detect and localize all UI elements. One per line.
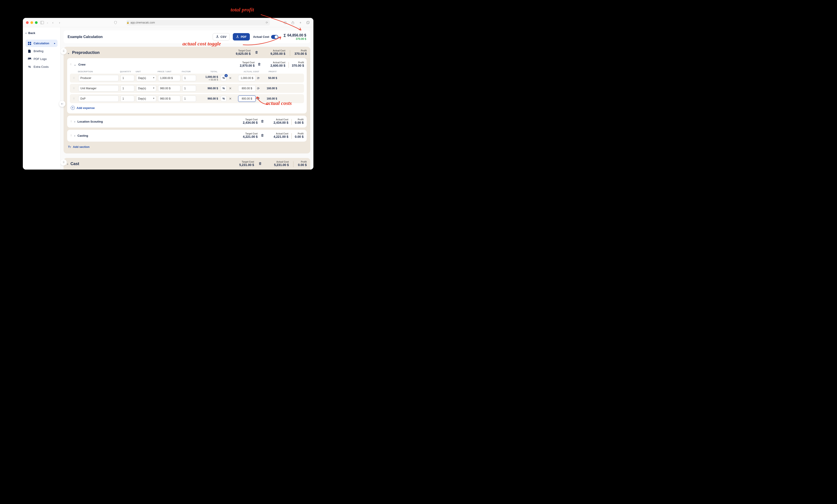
trash-icon[interactable]: 🗑 [258,62,261,66]
grip-icon[interactable]: ⠿ [70,63,72,66]
trash-icon[interactable]: 🗑 [255,50,258,54]
factor-input[interactable] [182,75,196,81]
chevron-right-icon: ▸ [54,42,55,44]
subsection-location-scouting[interactable]: ⠿ › Location Scouting Target Cost2,434.0… [67,116,307,128]
expense-row: ⠿ 960.00 $ % ✕ ⟳ [70,94,304,103]
url-text: app.cinemacalc.com [130,21,155,24]
chevron-right-icon[interactable]: › [67,162,68,166]
close-window-icon[interactable] [26,21,29,24]
sidebar-item-pdf-logo[interactable]: PDF Logo [25,55,57,63]
forward-nav-icon[interactable]: › [57,20,62,25]
shield-icon[interactable] [113,20,118,25]
collapse-sidebar-button[interactable]: ← [59,101,65,107]
svg-rect-0 [40,21,44,24]
grip-icon[interactable]: ⠿ [71,77,76,80]
group-title: Cast [71,162,79,166]
description-input[interactable] [78,85,119,92]
expense-row: ⠿ 1,000.00 $ + 50.00 $ %1 ✕ [70,74,304,82]
sidebar-item-label: Briefing [34,50,43,53]
image-icon [28,58,31,60]
actual-cost-input[interactable] [238,85,256,92]
traffic-lights [26,21,38,24]
sidebar-toggle-icon[interactable] [40,20,44,25]
svg-rect-8 [28,44,29,45]
percent-button[interactable]: %1 [221,75,227,81]
subsection-casting[interactable]: ⠿ › Casting Target Cost4,221.00 $ 🗑 Actu… [67,130,307,142]
svg-rect-7 [30,42,31,43]
download-icon [216,35,219,38]
tabs-icon[interactable] [306,20,310,25]
maximize-window-icon[interactable] [35,21,38,24]
percent-icon: % [28,65,31,69]
total-cost: 64,856.00 $ [287,33,306,37]
unit-select[interactable] [136,75,156,81]
download-icon[interactable] [283,20,287,25]
actual-cost-input[interactable] [238,75,256,81]
percent-button[interactable]: % [221,86,227,91]
download-icon [236,35,239,38]
quantity-input[interactable] [121,75,134,81]
factor-input[interactable] [182,95,196,102]
price-input[interactable] [158,85,180,92]
annotation-total-profit: total profit [231,7,254,13]
refresh-icon[interactable]: ⟳ [266,21,270,24]
sidebar-item-label: Extra Costs [34,65,49,69]
sigma-icon: Σ [284,33,286,38]
grip-icon[interactable]: ⠿ [71,97,76,100]
actual-cost-toggle[interactable] [271,35,278,39]
sidebar-item-label: PDF Logo [34,57,47,61]
chevron-down-icon[interactable]: ⌄ [47,21,48,24]
percent-button[interactable]: % [221,96,227,101]
chevron-right-icon[interactable]: › [74,134,75,137]
sidebar-item-calculation[interactable]: Calculation ▸ [25,40,57,47]
grip-icon[interactable]: ⠿ [70,120,72,123]
unit-select[interactable] [136,85,156,92]
share-icon[interactable] [290,20,295,25]
doc-icon [28,50,31,53]
chevron-right-icon[interactable]: › [74,120,75,123]
pdf-button[interactable]: PDF [233,33,250,40]
sidebar-item-extra-costs[interactable]: % Extra Costs [25,63,57,71]
csv-button[interactable]: CSV [213,33,230,40]
back-nav-icon[interactable]: ‹ [51,20,55,25]
toggle-label: Actual Cost [253,35,269,38]
description-input[interactable] [78,75,119,81]
price-input[interactable] [158,75,180,81]
price-input[interactable] [158,95,180,102]
sync-icon[interactable]: ⟳ [257,87,260,90]
chevron-down-icon[interactable]: ⌄ [67,51,70,55]
drag-handle-icon[interactable]: ⠿ [60,159,67,166]
sidebar: ‹ Back Calculation ▸ Briefing PDF Logo %… [23,27,60,170]
sync-icon[interactable]: ⟳ [257,76,260,80]
grip-icon[interactable]: ⠿ [71,87,76,90]
description-input[interactable] [78,95,119,102]
minimize-window-icon[interactable] [31,21,33,24]
chevron-down-icon[interactable]: ⌄ [74,63,76,66]
total-summary: Σ 64,856.00 $ 370.00 $ [284,33,306,40]
grip-icon[interactable]: ⠿ [70,134,72,137]
new-tab-icon[interactable]: + [298,20,303,25]
trash-icon[interactable]: 🗑 [261,133,264,137]
trash-icon[interactable]: 🗑 [261,119,264,123]
factor-input[interactable] [182,85,196,92]
trash-icon[interactable]: 🗑 [259,162,262,165]
back-link[interactable]: ‹ Back [25,31,57,35]
sync-icon[interactable]: ⟳ [257,97,260,100]
drag-handle-icon[interactable]: ⠿ [60,48,67,54]
group-cast: ⠿ › Cast Target Cost5,231.00 $ 🗑 Actual … [64,158,310,170]
chevron-left-icon: ‹ [25,31,26,35]
unit-select[interactable] [136,95,156,102]
subsection-title: Crew [78,63,86,66]
total-profit: 370.00 $ [287,37,306,40]
url-bar[interactable]: 🔒 app.cinemacalc.com ⟳ [126,20,270,25]
add-section-button[interactable]: TT Add section [67,144,307,150]
quantity-input[interactable] [121,95,134,102]
delete-row-icon[interactable]: ✕ [228,86,233,91]
quantity-input[interactable] [121,85,134,92]
delete-row-icon[interactable]: ✕ [228,96,233,101]
plus-icon: + [71,106,75,110]
delete-row-icon[interactable]: ✕ [228,75,233,81]
actual-cost-input[interactable] [238,95,256,102]
add-expense-button[interactable]: + Add expense [70,105,304,111]
sidebar-item-briefing[interactable]: Briefing [25,48,57,55]
